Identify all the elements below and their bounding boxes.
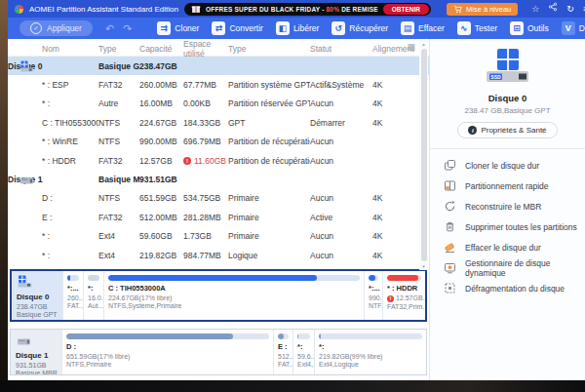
share-icon[interactable] [548,0,558,18]
promo-discount: 80% [327,6,340,13]
table-header: Nom Type Capacité Espace utilisé Type St… [8,39,429,57]
table-row-e-drive[interactable]: E : FAT32 512.00MB 281.28MB Primaire Act… [8,208,429,226]
promo-text: OFFRES SUPER DU BLACK FRIDAY - 80% DE RE… [206,6,378,13]
table-row-disk1[interactable]: Disque 1 Basique MBR 931.51GB [8,170,429,188]
sidebar-actions: Cloner le disque dur Partitionnement rap… [430,149,585,298]
warning-icon: ! [387,295,394,302]
sidebar-disk-subtitle: 238.47 GB,Basique GPT [430,106,585,115]
ssd-disk-icon [20,60,34,74]
sidebar-disk-title: Disque 0 [430,93,585,103]
toolbar-item-wipe[interactable]: ▤ Effacer [401,21,445,35]
free-up-icon: ◧ [276,21,290,35]
partition-block-c-drive[interactable]: C : TIH0553000A 224.67GB(17% libre) NTFS… [103,271,364,320]
partition-block-winre[interactable]: *:... 990... NTF... [364,271,382,320]
scroll-down-icon[interactable]: ▾ [422,262,425,270]
toolbar-item-free-up[interactable]: ◧ Libérer [276,21,319,35]
disk1-visual-panel[interactable]: Disque 1 931.51GB Basique MBR D : 651.59… [10,329,427,375]
disk0-visual-panel[interactable]: Disque 0 238.47GB Basique GPT *:... 260.… [10,269,427,322]
table-row-d-drive[interactable]: D : NTFS 651.59GB 534.75GB Primaire Aucu… [8,189,429,208]
scrollbar-thumb[interactable] [421,49,427,261]
ssd-disk-large-icon: SSD [486,48,530,85]
undo-button[interactable]: ↶ [105,22,114,35]
toolbar-item-convert[interactable]: ⇄ Convertir [212,21,262,35]
ssd-disk-icon [17,275,33,288]
refresh-icon[interactable]: ↻ [566,0,574,18]
partition-block-ext4-primary[interactable]: *: 59.6... Ext4,... [292,330,314,374]
quick-partition-icon [444,179,456,192]
action-delete-all-partitions[interactable]: Supprimer toutes les partitions [444,216,585,237]
partition-block-e-drive[interactable]: E : 512... FAT... [273,330,292,374]
wipe-disk-icon [444,241,456,254]
hdd-disk-icon [20,174,34,187]
table-row-ext4-primary[interactable]: * : Ext4 59.60GB 1.73GB Primaire Aucun 4… [8,227,429,246]
partition-block-ext4-logical[interactable]: *: 219.82GB(99% libre) Ext4,Logique [314,330,426,374]
action-rebuild-mbr[interactable]: Reconstruire le MBR [444,196,585,216]
desktop-background [0,0,8,380]
aomei-logo-icon [15,5,23,14]
taskbar-background [0,380,585,392]
table-row-disk0[interactable]: Disque 0 Basique GPT 238.47GB [8,57,429,75]
table-scrollbar[interactable]: ▴ ▾ [419,40,428,270]
main-area: Nom Type Capacité Espace utilisé Type St… [8,39,585,380]
toolbar-item-clone[interactable]: ⇉ Cloner [157,21,199,35]
delete-all-partitions-icon [444,220,456,233]
get-offer-button[interactable]: OBTENIR [383,4,429,15]
check-icon: ✓ [30,22,42,34]
table-row-winre[interactable]: * : WinRE NTFS 990.00MB 696.79MB Partiti… [8,133,429,151]
toolbar-item-virtual-disk[interactable]: V Disque virtuel [562,21,585,35]
window-controls: ☆ ↻ ≡ − □ × [531,0,585,18]
clone-disk-icon [444,159,456,172]
rebuild-mbr-icon [444,200,456,213]
app-window: AOMEI Partition Assistant Standard Editi… [8,0,585,380]
favorite-icon[interactable]: ☆ [531,0,539,18]
scroll-up-icon[interactable]: ▴ [422,40,425,48]
table-row-hddr[interactable]: * : HDDR FAT32 12.57GB !11.60GB Partitio… [8,151,429,170]
toolbar-item-test[interactable]: ∿ Tester [457,21,497,35]
tools-icon: ⊞ [510,21,524,35]
properties-health-button[interactable]: i Propriétés & Santé [457,122,557,138]
column-chooser-icon[interactable]: ▦ [407,42,415,52]
main-toolbar: ✓ Appliquer ↶ ↷ ⇉ Cloner ⇄ Convertir ◧ L… [8,18,585,39]
toolbar-item-tools[interactable]: ⊞ Outils [510,21,549,35]
table-row-c-drive[interactable]: C : TIH0553000A NTFS 224.67GB 184.33GB G… [8,113,429,132]
action-quick-partition[interactable]: Partitionnement rapide [444,176,585,196]
action-clone-disk[interactable]: Cloner le disque dur [444,155,585,176]
col-capacite[interactable]: Capacité [139,44,183,54]
gift-icon [191,4,201,14]
apply-button[interactable]: ✓ Appliquer [20,20,93,36]
col-statut[interactable]: Statut [310,44,372,54]
partition-block-esp[interactable]: *:... 260... FAT... [62,271,83,320]
table-row-esp[interactable]: * : ESP FAT32 260.00MB 67.77MB Partition… [8,75,429,94]
redo-button[interactable]: ↷ [123,22,132,35]
recover-icon: ↺ [332,21,345,35]
svg-text:SSD: SSD [490,74,501,80]
col-type2[interactable]: Type [228,44,310,54]
promo-banner: OFFRES SUPER DU BLACK FRIDAY - 80% DE RE… [184,3,431,16]
disk-list-area: Nom Type Capacité Espace utilisé Type St… [8,39,429,380]
table-row-reserved[interactable]: * : Autre 16.00MB 0.00KB Partition réser… [8,95,429,113]
col-nom[interactable]: Nom [8,44,98,54]
upgrade-button[interactable]: Mise à niveau [447,3,518,16]
col-espace-utilise[interactable]: Espace utilisé [183,39,228,59]
hdd-disk-icon [16,334,32,346]
app-title: AOMEI Partition Assistant Standard Editi… [29,5,178,14]
toolbar-item-recover[interactable]: ↺ Récupérer [332,21,388,35]
disk1-info-block[interactable]: Disque 1 931.51GB Basique MBR [11,330,61,374]
col-type[interactable]: Type [98,44,139,54]
disk-map-panels: Disque 0 238.47GB Basique GPT *:... 260.… [10,269,427,375]
apply-label: Appliquer [47,23,82,33]
partition-block-reserved[interactable]: *: 16.0... Aut... [83,271,103,320]
action-wipe-disk[interactable]: Effacer le disque dur [444,237,585,257]
title-bar: AOMEI Partition Assistant Standard Editi… [8,0,585,18]
table-row-ext4-logical[interactable]: * : Ext4 219.82GB 984.77MB Logique Aucun… [8,246,429,264]
partition-block-hddr[interactable]: * : HDDR !12.57GB.. FAT32,Prim... [382,271,425,320]
disk0-info-block[interactable]: Disque 0 238.47GB Basique GPT [12,271,62,320]
partition-block-d-drive[interactable]: D : 651.59GB(17% libre) NTFS,Primaire [61,330,273,374]
info-icon: i [468,126,477,135]
action-disk-defrag[interactable]: Défragmentation du disque [444,278,585,298]
clone-icon: ⇉ [157,21,171,35]
action-dynamic-disk-manager[interactable]: Gestionnaire de disque dynamique [444,257,585,278]
defrag-icon [444,282,456,294]
cart-icon [453,5,462,14]
virtual-disk-icon: V [562,21,575,35]
